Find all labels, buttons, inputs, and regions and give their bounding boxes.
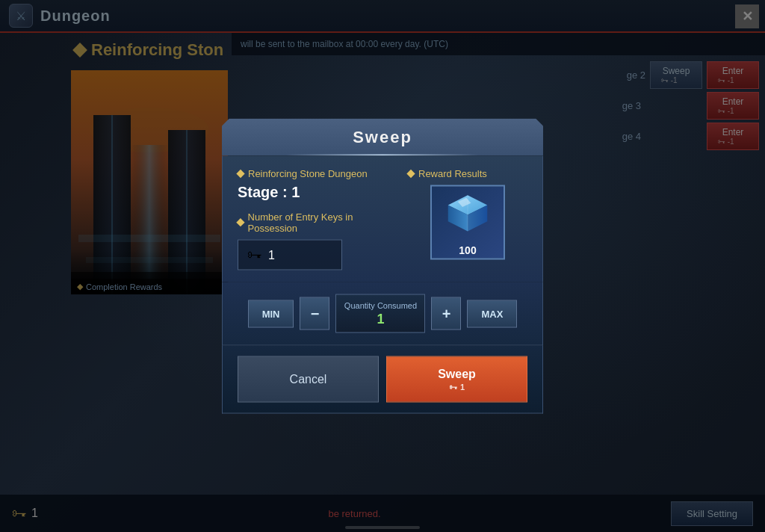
quantity-section: MIN − Quantity Consumed 1 + MAX [222, 282, 543, 346]
modal-title: Sweep [353, 128, 412, 146]
modal-footer: Cancel Sweep 🗝 1 [222, 346, 543, 414]
max-button[interactable]: MAX [467, 300, 517, 327]
sweep-confirm-sub: 🗝 1 [449, 383, 465, 392]
sweep-confirm-button[interactable]: Sweep 🗝 1 [386, 356, 527, 403]
modal-keys-label: Number of Entry Keys in Possession [238, 211, 396, 234]
quantity-display: Quantity Consumed 1 [335, 294, 425, 333]
modal-left-panel: Reinforcing Stone Dungeon Stage : 1 Numb… [238, 168, 396, 270]
cancel-button[interactable]: Cancel [238, 356, 379, 403]
minus-button[interactable]: − [300, 297, 329, 330]
modal-keys-input: 🗝 1 [238, 240, 342, 270]
ice-cube-icon [442, 189, 494, 241]
modal-stage: Stage : 1 [238, 184, 396, 201]
quantity-consumed-label: Quantity Consumed [344, 300, 417, 309]
keys-diamond-icon [236, 218, 244, 226]
modal-body: Reinforcing Stone Dungeon Stage : 1 Numb… [222, 156, 543, 282]
reward-box: 100 [430, 185, 505, 260]
min-button[interactable]: MIN [248, 300, 294, 327]
key-img-icon: 🗝 [247, 247, 262, 264]
modal-header: Sweep [222, 119, 543, 156]
reward-count: 100 [459, 244, 476, 256]
reward-label: Reward Results [408, 168, 527, 179]
modal-right-panel: Reward Results [408, 168, 527, 270]
modal-dungeon-name: Reinforcing Stone Dungeon [238, 168, 396, 179]
plus-button[interactable]: + [431, 297, 461, 330]
sweep-modal: Sweep Reinforcing Stone Dungeon Stage : … [222, 119, 543, 414]
reward-diamond-icon [406, 169, 415, 177]
quantity-value: 1 [377, 311, 384, 327]
quantity-row: MIN − Quantity Consumed 1 + MAX [238, 294, 527, 333]
dungeon-diamond-icon [236, 169, 244, 177]
